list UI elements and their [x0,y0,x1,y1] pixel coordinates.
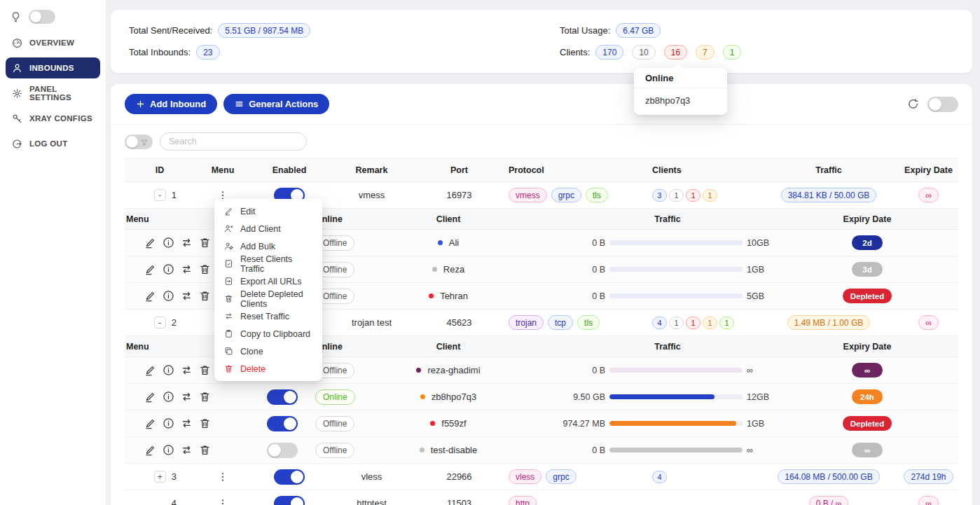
inbound-row: 4httptest11503http0 B / ∞∞ [125,490,958,505]
info-icon[interactable] [163,290,174,302]
sidebar: OVERVIEWINBOUNDSPANEL SETTINGSXRAY CONFI… [0,0,106,505]
client-count-badge: 10 [632,45,655,60]
filter-toggle[interactable] [125,134,153,149]
menu-item-edit[interactable]: Edit [214,202,322,220]
qr-code-icon[interactable] [126,391,138,403]
swap-icon[interactable] [181,391,193,403]
info-icon[interactable] [163,237,174,249]
theme-toggle[interactable] [29,10,55,24]
menu-item-reset-traffic[interactable]: Reset Traffic [214,307,322,325]
pencil-icon[interactable] [144,391,156,403]
row-menu-button[interactable] [217,471,228,483]
swap-icon[interactable] [181,444,193,456]
swap-icon[interactable] [181,364,193,376]
trash-icon[interactable] [199,237,211,249]
swap-icon[interactable] [181,237,193,249]
traffic-badge: 0 B / ∞ [809,496,849,505]
client-count-badge: 1 [686,317,701,329]
client-name-cell: Ali [356,237,531,248]
client-expiry-cell: Depleted [804,289,930,303]
info-icon[interactable] [163,417,174,429]
menu-item-delete-depleted-clients[interactable]: Delete Depleted Clients [214,290,322,307]
trash-icon[interactable] [199,444,211,456]
sidebar-item-xray-configs[interactable]: XRAY CONFIGS [6,108,100,129]
column-header-expiry-date: Expiry Date [804,214,930,224]
column-header-remark: Remark [328,165,415,175]
menu-item-add-bulk[interactable]: Add Bulk [214,237,322,255]
client-enabled-toggle[interactable] [267,389,298,405]
add-inbound-button[interactable]: Add Inbound [125,94,217,114]
info-icon[interactable] [163,364,174,376]
qr-code-icon[interactable] [126,364,138,376]
sidebar-item-overview[interactable]: OVERVIEW [6,32,100,53]
qr-code-icon[interactable] [126,444,138,456]
expiry-badge: ∞ [918,315,939,330]
pencil-icon[interactable] [144,444,156,456]
client-count-badges: 4 [652,471,667,483]
pencil-icon[interactable] [144,237,156,249]
pencil-icon[interactable] [144,364,156,376]
client-expiry-badge: ∞ [852,443,883,457]
client-count-badge: 1 [703,317,717,329]
table-header-row: IDMenuEnabledRemarkPortProtocolClientsTr… [125,158,958,182]
trash-icon [224,364,233,373]
menu-item-clone[interactable]: Clone [214,343,322,360]
menu-item-delete[interactable]: Delete [214,360,322,378]
client-enabled-toggle[interactable] [267,443,298,458]
general-actions-button[interactable]: General Actions [223,94,329,114]
info-icon[interactable] [163,263,174,275]
stat-sent-received-label: Total Sent/Received: [129,25,212,36]
pencil-icon[interactable] [144,263,156,275]
info-icon[interactable] [163,444,174,456]
pencil-icon[interactable] [144,290,156,302]
client-name: f559zf [441,418,466,429]
expand-button[interactable]: + [154,471,166,483]
menu-item-copy-to-clipboard[interactable]: Copy to Clipboard [214,325,322,343]
copy-icon [224,347,233,356]
person-gear-icon [224,242,233,251]
menu-item-add-client[interactable]: Add Client [214,220,322,237]
enabled-toggle[interactable] [274,469,305,485]
trash-icon[interactable] [199,417,211,429]
refresh-button[interactable] [906,97,920,111]
enabled-toggle-knob [291,497,303,505]
client-dot [438,240,443,245]
sidebar-item-inbounds[interactable]: INBOUNDS [6,57,100,78]
client-enabled-toggle-knob [284,417,296,430]
menu-item-label: Add Client [240,224,281,234]
auto-refresh-toggle[interactable] [927,97,958,112]
qr-code-icon[interactable] [126,237,138,249]
pencil-icon[interactable] [144,417,156,429]
traffic-used: 0 B [559,291,605,301]
enabled-toggle[interactable] [274,496,305,505]
swap-icon[interactable] [181,290,193,302]
qr-code-icon[interactable] [126,263,138,275]
menu-item-reset-clients-traffic[interactable]: Reset Clients Traffic [214,255,322,272]
menu-item-export-all-urls[interactable]: Export All URLs [214,272,322,290]
traffic-limit: 5GB [747,291,776,301]
sidebar-item-panel-settings[interactable]: PANEL SETTINGS [6,83,100,104]
info-icon[interactable] [163,391,174,403]
expand-button[interactable]: - [154,189,166,201]
inbounds-toolbar: Add Inbound General Actions [111,84,972,125]
traffic-bar [609,421,743,426]
trash-icon[interactable] [199,364,211,376]
trash-icon[interactable] [199,263,211,275]
client-enabled-toggle[interactable] [267,416,298,431]
sidebar-item-log-out[interactable]: LOG OUT [6,133,100,154]
trash-icon[interactable] [199,290,211,302]
trash-icon[interactable] [199,391,211,403]
swap-icon[interactable] [181,417,193,429]
qr-code-icon[interactable] [126,417,138,429]
swap-icon[interactable] [181,263,193,275]
expand-button[interactable]: - [154,317,166,328]
search-input[interactable] [160,132,307,151]
key-icon [12,113,22,124]
qr-code-icon[interactable] [126,290,138,302]
row-menu-button[interactable] [217,498,228,505]
traffic-badge: 1.49 MB / 1.00 GB [787,315,871,330]
inbound-protocols: trojantcptls [503,315,647,330]
menu-item-label: Reset Traffic [240,312,289,321]
menu-item-label: Clone [240,347,263,357]
logout-icon [12,139,22,149]
